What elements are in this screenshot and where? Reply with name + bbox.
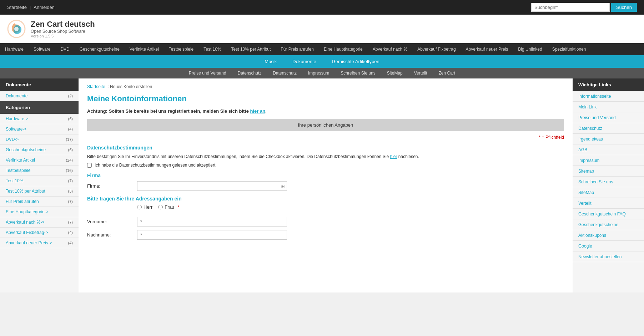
primary-nav-hauptkat[interactable]: Eine Hauptkategorie <box>319 43 368 55</box>
sidebar-link-test10attr[interactable]: Test 10% per Attribut <box>6 189 45 194</box>
sidebar-count: (6) <box>68 117 73 121</box>
list-item: Für Preis anrufen (7) <box>0 197 79 207</box>
footer-nav-datenschutz1[interactable]: Datenschutz <box>232 68 267 78</box>
breadcrumb: Startseite :: Neues Konto erstellen <box>87 84 564 89</box>
sidebar-link-hardware[interactable]: Hardware-> <box>6 116 28 121</box>
sidebar-link-geschenk[interactable]: Geschenkgutscheine <box>6 147 46 152</box>
right-link-gutschein-faq[interactable]: Geschenkgutschein FAQ <box>578 212 626 217</box>
top-bar: Startseite | Anmelden Suchen <box>0 0 644 15</box>
sidebar-link-preis[interactable]: Für Preis anrufen <box>6 199 39 204</box>
vorname-row: Vorname: <box>87 217 564 226</box>
primary-nav-spezial[interactable]: Spezialfunktionen <box>547 43 591 55</box>
primary-nav-big-unlinked[interactable]: Big Unlinked <box>513 43 547 55</box>
sidebar-link-abverkauf-neu[interactable]: Abverkauf neuer Preis-> <box>6 240 52 245</box>
sidebar-count: (24) <box>66 158 73 162</box>
list-item: AGB <box>573 144 644 155</box>
secondary-nav-dokumente[interactable]: Dokumente <box>285 55 324 68</box>
sidebar-link-verlinkte[interactable]: Verlinkte Artikel <box>6 158 35 163</box>
right-link-preise[interactable]: Preise und Versand <box>578 115 616 120</box>
required-label: = Pflichtfeld <box>542 135 564 140</box>
sidebar-link-testbeispiele[interactable]: Testbeispiele <box>6 168 30 173</box>
right-link-sitemap2[interactable]: SiteMap <box>578 190 594 195</box>
login-link[interactable]: Anmelden <box>34 5 55 10</box>
sidebar-link-abverkauf-fix[interactable]: Abverkauf Fixbetrag-> <box>6 230 48 235</box>
primary-nav-geschenkgutscheine[interactable]: Geschenkgutscheine <box>75 43 125 55</box>
right-link-info[interactable]: Informationsseite <box>578 94 611 99</box>
footer-nav-zencart[interactable]: Zen Cart <box>433 68 461 78</box>
sidebar-dokumente-list: Dokumente (2) <box>0 91 79 101</box>
primary-nav-abverkauf-pct[interactable]: Abverkauf nach % <box>368 43 412 55</box>
firma-title: Firma <box>87 173 564 178</box>
sidebar-link-abverkauf-pct[interactable]: Abverkauf nach %-> <box>6 220 44 225</box>
list-item: Google <box>573 241 644 251</box>
primary-nav: Hardware Software DVD Geschenkgutscheine… <box>0 43 644 55</box>
primary-nav-testbeispiele[interactable]: Testbeispiele <box>164 43 198 55</box>
nav-separator: | <box>30 5 31 10</box>
search-input[interactable] <box>531 3 610 12</box>
breadcrumb-home[interactable]: Startseite <box>87 84 105 89</box>
list-item: Datenschutz <box>573 123 644 134</box>
sidebar-link-hauptkat[interactable]: Eine Hauptkategorie-> <box>6 209 49 214</box>
firma-label: Firma: <box>87 183 137 189</box>
right-link-aktions[interactable]: Aktionskupons <box>578 233 606 238</box>
right-link-impressum[interactable]: Impressum <box>578 158 599 163</box>
sidebar-link-test10[interactable]: Test 10% <box>6 178 23 183</box>
warning-link[interactable]: hier an <box>250 108 266 114</box>
primary-nav-software[interactable]: Software <box>29 43 55 55</box>
datenschutz-link[interactable]: hier <box>390 154 397 159</box>
gender-herr-radio[interactable] <box>137 205 142 209</box>
footer-nav-datenschutz2[interactable]: Datenschutz <box>267 68 302 78</box>
primary-nav-abverkauf-neu[interactable]: Abverkauf neuer Preis <box>461 43 513 55</box>
list-item: Testbeispiele (16) <box>0 166 79 176</box>
primary-nav-test10[interactable]: Test 10% <box>198 43 226 55</box>
datenschutz-text-after: nachlesen. <box>397 154 419 159</box>
top-nav: Startseite | Anmelden <box>7 5 55 10</box>
primary-nav-test10attr[interactable]: Test 10% per Attribut <box>226 43 276 55</box>
page-title: Meine Kontoinformationen <box>87 94 564 103</box>
right-link-newsletter[interactable]: Newsletter abbestellen <box>578 254 622 259</box>
right-link-meinlink[interactable]: Mein Link <box>578 105 597 110</box>
sidebar-link-dvd[interactable]: DVD-> <box>6 137 19 142</box>
right-link-schreiben[interactable]: Schreiben Sie uns <box>578 179 613 184</box>
secondary-nav-gemischt[interactable]: Gemischte Artikeltypen <box>324 55 387 68</box>
right-link-agb[interactable]: AGB <box>578 147 587 152</box>
sidebar-count: (17) <box>66 137 73 142</box>
datenschutz-checkbox[interactable] <box>87 163 92 168</box>
vorname-input[interactable] <box>137 217 287 226</box>
firma-input[interactable] <box>137 181 287 191</box>
warning-text-before: Achtung: Sollten Sie bereits bei uns reg… <box>87 108 250 114</box>
right-link-verteilt[interactable]: Verteilt <box>578 201 592 206</box>
search-button[interactable]: Suchen <box>611 3 637 12</box>
list-item: Geschenkgutscheine <box>573 219 644 230</box>
right-sidebar-list: Informationsseite Mein Link Preise und V… <box>573 91 644 262</box>
secondary-nav-musik[interactable]: Musik <box>257 55 285 68</box>
footer-nav-impressum[interactable]: Impressum <box>302 68 335 78</box>
right-link-datenschutz[interactable]: Datenschutz <box>578 126 602 131</box>
list-item: Newsletter abbestellen <box>573 251 644 262</box>
primary-nav-verlinkte[interactable]: Verlinkte Artikel <box>125 43 164 55</box>
primary-nav-dvd[interactable]: DVD <box>55 43 74 55</box>
gender-frau-radio[interactable] <box>158 205 163 209</box>
home-link[interactable]: Startseite <box>7 5 27 10</box>
primary-nav-abverkauf-fix[interactable]: Abverkauf Fixbetrag <box>412 43 461 55</box>
sidebar-link-dokumente[interactable]: Dokumente <box>6 93 27 98</box>
right-link-gutscheine[interactable]: Geschenkgutscheine <box>578 222 618 227</box>
footer-nav-sitemap[interactable]: SiteMap <box>381 68 408 78</box>
right-link-google[interactable]: Google <box>578 244 592 249</box>
nachname-input[interactable] <box>137 230 287 240</box>
firma-input-wrapper: ⊞ <box>137 181 287 191</box>
footer-nav-verteilt[interactable]: Verteilt <box>408 68 433 78</box>
footer-nav: Preise und Versand Datenschutz Datenschu… <box>0 68 644 78</box>
footer-nav-preise[interactable]: Preise und Versand <box>183 68 232 78</box>
right-link-sitemap[interactable]: Sitemap <box>578 169 594 174</box>
gender-herr-option: Herr <box>137 204 152 210</box>
list-item: Software-> (4) <box>0 124 79 134</box>
sidebar-link-software[interactable]: Software-> <box>6 127 26 132</box>
primary-nav-preis[interactable]: Für Preis anrufen <box>276 43 319 55</box>
secondary-nav: Musik Dokumente Gemischte Artikeltypen <box>0 55 644 68</box>
gender-required: * <box>177 204 179 210</box>
sidebar-count: (7) <box>68 179 73 183</box>
primary-nav-hardware[interactable]: Hardware <box>0 43 29 55</box>
right-link-irgend[interactable]: Irgend etwas <box>578 137 603 142</box>
footer-nav-schreiben[interactable]: Schreiben Sie uns <box>335 68 381 78</box>
